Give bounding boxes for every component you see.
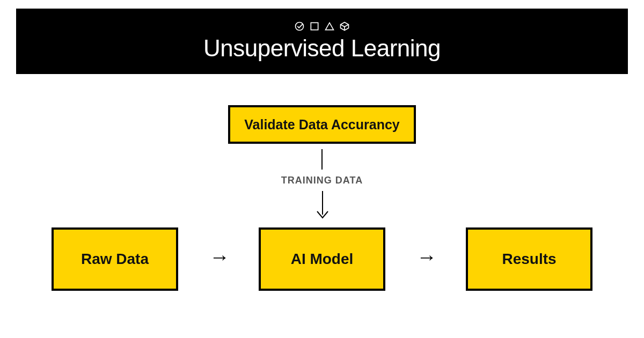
box-ai-label: AI Model bbox=[291, 251, 354, 268]
triangle-icon bbox=[324, 21, 335, 32]
svg-rect-1 bbox=[311, 23, 318, 30]
box-results-label: Results bbox=[502, 251, 556, 268]
check-circle-icon bbox=[294, 21, 305, 32]
square-icon bbox=[309, 21, 320, 32]
header-icon-row bbox=[294, 21, 350, 32]
box-validate-accuracy: Validate Data Accurancy bbox=[228, 105, 416, 144]
arrow-right-icon: → bbox=[416, 246, 437, 269]
training-data-label: TRAINING DATA bbox=[258, 175, 386, 186]
arrow-right-icon: → bbox=[209, 246, 230, 269]
box-raw-data: Raw Data bbox=[52, 227, 178, 291]
page-title: Unsupervised Learning bbox=[203, 35, 441, 62]
connector-line-top bbox=[321, 149, 323, 170]
cube-icon bbox=[339, 21, 350, 32]
box-results: Results bbox=[466, 227, 592, 291]
box-ai-model: AI Model bbox=[259, 227, 385, 291]
box-validate-label: Validate Data Accurancy bbox=[244, 117, 400, 133]
box-raw-label: Raw Data bbox=[81, 251, 149, 268]
svg-point-0 bbox=[296, 23, 304, 31]
arrow-down-icon bbox=[309, 189, 336, 221]
header-banner: Unsupervised Learning bbox=[16, 9, 628, 74]
